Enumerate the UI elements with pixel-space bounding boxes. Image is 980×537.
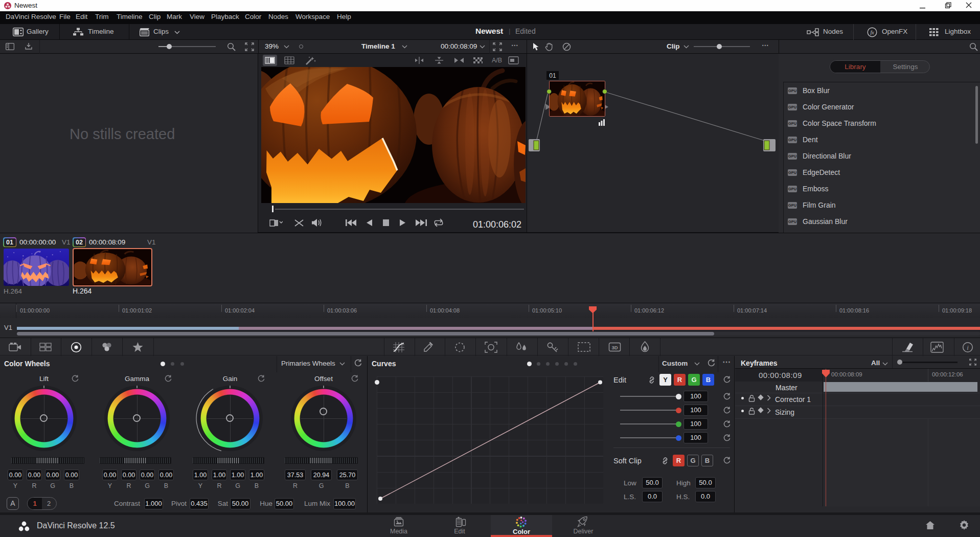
svg-text:3D: 3D bbox=[611, 345, 618, 350]
svg-text:i: i bbox=[967, 344, 969, 351]
svg-text:fx: fx bbox=[870, 30, 874, 35]
